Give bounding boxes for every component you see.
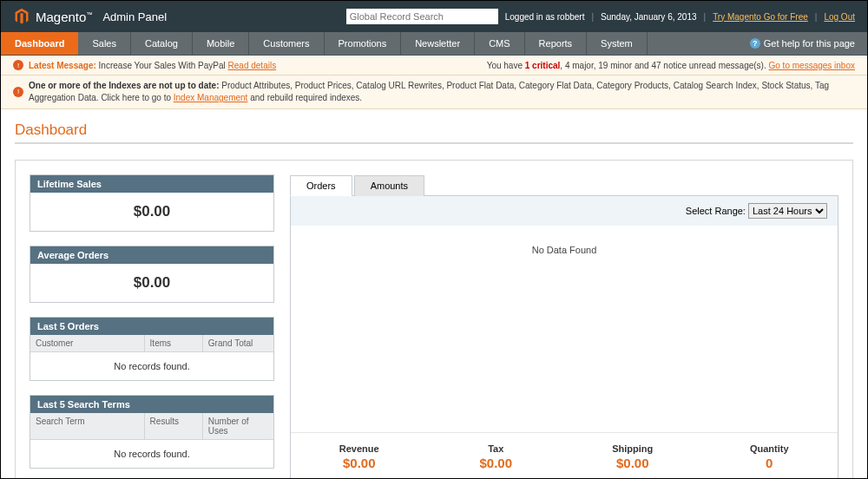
brand-logo: Magento™ Admin Panel [13, 8, 167, 25]
range-select[interactable]: Last 24 Hours [748, 203, 827, 219]
logout-link[interactable]: Log Out [824, 12, 855, 22]
no-data-message: No Data Found [291, 226, 838, 432]
range-label: Select Range: [686, 206, 746, 216]
last-search-terms-box: Last 5 Search Terms Search Term Results … [30, 395, 274, 469]
chart-area: Select Range: Last 24 Hours No Data Foun… [290, 196, 838, 479]
nav-cms[interactable]: CMS [475, 32, 524, 55]
nav-newsletter[interactable]: Newsletter [401, 32, 475, 55]
main-nav: Dashboard Sales Catalog Mobile Customers… [1, 32, 867, 56]
index-warning-bar: ! One or more of the Indexes are not up … [1, 75, 867, 109]
alert-icon: ! [13, 60, 23, 70]
global-search-input[interactable] [346, 9, 498, 24]
read-details-link[interactable]: Read details [228, 61, 277, 70]
nav-help[interactable]: ? Get help for this page [738, 32, 867, 55]
tab-amounts[interactable]: Amounts [354, 175, 424, 196]
shipping-value: $0.00 [564, 456, 701, 470]
nav-mobile[interactable]: Mobile [193, 32, 249, 55]
nav-dashboard[interactable]: Dashboard [1, 32, 78, 55]
header-right: Logged in as robbert | Sunday, January 6… [346, 9, 855, 24]
lifetime-sales-value: $0.00 [30, 193, 273, 231]
nav-customers[interactable]: Customers [249, 32, 324, 55]
logged-in-label: Logged in as robbert [505, 12, 585, 22]
lifetime-sales-box: Lifetime Sales $0.00 [30, 174, 274, 232]
try-magento-link[interactable]: Try Magento Go for Free [713, 12, 808, 22]
nav-reports[interactable]: Reports [525, 32, 588, 55]
alert-icon: ! [13, 87, 23, 97]
tab-orders[interactable]: Orders [290, 175, 352, 196]
magento-icon [13, 8, 30, 25]
header-date: Sunday, January 6, 2013 [601, 12, 696, 22]
revenue-value: $0.00 [291, 456, 428, 470]
brand-subtitle: Admin Panel [102, 10, 167, 23]
index-management-link[interactable]: Index Management [174, 93, 248, 102]
average-orders-box: Average Orders $0.00 [30, 246, 274, 303]
nav-catalog[interactable]: Catalog [131, 32, 193, 55]
page-title: Dashboard [15, 121, 853, 144]
average-orders-value: $0.00 [30, 264, 273, 302]
latest-message-bar: ! Latest Message: Increase Your Sales Wi… [1, 56, 867, 75]
quantity-value: 0 [701, 456, 838, 470]
last-orders-box: Last 5 Orders Customer Items Grand Total… [30, 317, 274, 381]
nav-system[interactable]: System [587, 32, 648, 55]
dashboard-container: Lifetime Sales $0.00 Average Orders $0.0… [15, 160, 853, 479]
tax-value: $0.00 [428, 456, 565, 470]
brand-name: Magento™ [36, 10, 92, 24]
totals-row: Revenue$0.00 Tax$0.00 Shipping$0.00 Quan… [291, 432, 838, 479]
nav-sales[interactable]: Sales [78, 32, 131, 55]
nav-promotions[interactable]: Promotions [325, 32, 402, 55]
chart-tabs: Orders Amounts [290, 174, 838, 196]
help-icon: ? [750, 38, 760, 49]
messages-inbox-link[interactable]: Go to messages inbox [769, 61, 856, 70]
header-bar: Magento™ Admin Panel Logged in as robber… [1, 1, 867, 32]
